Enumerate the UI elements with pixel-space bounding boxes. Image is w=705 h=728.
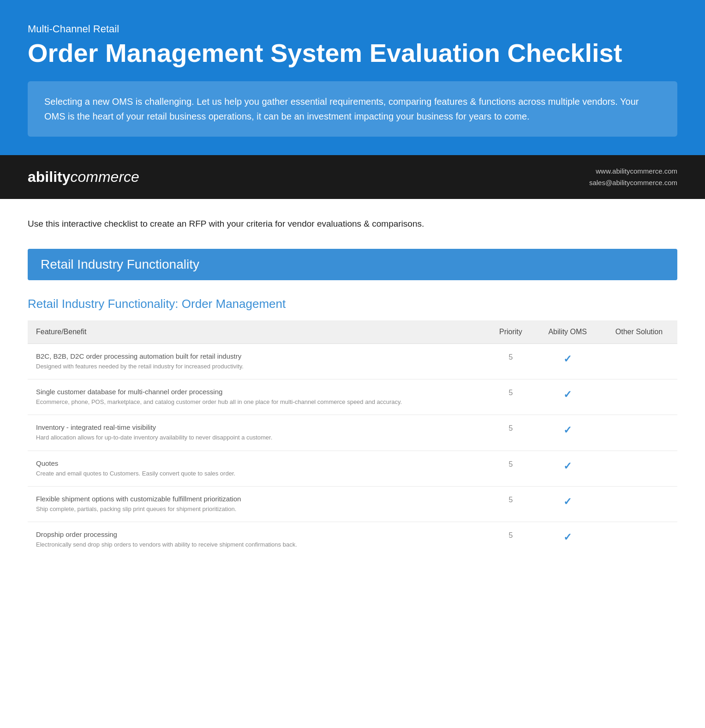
ability-oms-cell: ✓ <box>534 486 601 522</box>
header-subtitle: Multi-Channel Retail <box>28 23 677 35</box>
col-header-priority: Priority <box>487 320 534 344</box>
other-solution-cell <box>601 415 677 451</box>
table-row: Inventory - integrated real-time visibil… <box>28 415 677 451</box>
header-description-box: Selecting a new OMS is challenging. Let … <box>28 81 677 137</box>
brand-bar: abilitycommerce www.abilitycommerce.com … <box>0 155 705 199</box>
feature-name: B2C, B2B, D2C order processing automatio… <box>36 352 478 360</box>
checkmark-icon: ✓ <box>563 496 572 507</box>
priority-cell: 5 <box>487 451 534 486</box>
checkmark-icon: ✓ <box>563 460 572 472</box>
table-row: Flexible shipment options with customiza… <box>28 486 677 522</box>
col-header-other-solution: Other Solution <box>601 320 677 344</box>
brand-name-bold: ability <box>28 168 70 185</box>
other-solution-cell <box>601 486 677 522</box>
feature-name: Inventory - integrated real-time visibil… <box>36 423 478 431</box>
feature-cell: Inventory - integrated real-time visibil… <box>28 415 487 451</box>
subsection-title: Retail Industry Functionality: Order Man… <box>28 297 677 311</box>
priority-value: 5 <box>508 460 513 468</box>
feature-cell: QuotesCreate and email quotes to Custome… <box>28 451 487 486</box>
header-title: Order Management System Evaluation Check… <box>28 39 677 67</box>
ability-oms-cell: ✓ <box>534 451 601 486</box>
header-section: Multi-Channel Retail Order Management Sy… <box>0 0 705 155</box>
other-solution-cell <box>601 379 677 415</box>
header-description: Selecting a new OMS is challenging. Let … <box>44 94 661 124</box>
checklist-table: Feature/Benefit Priority Ability OMS Oth… <box>28 320 677 557</box>
feature-desc: Ecommerce, phone, POS, marketplace, and … <box>36 398 402 405</box>
priority-value: 5 <box>508 496 513 504</box>
brand-website: www.abilitycommerce.com <box>589 165 677 177</box>
table-row: Dropship order processingElectronically … <box>28 522 677 558</box>
feature-cell: B2C, B2B, D2C order processing automatio… <box>28 344 487 379</box>
feature-desc: Designed with features needed by the ret… <box>36 363 244 370</box>
other-solution-cell <box>601 344 677 379</box>
priority-value: 5 <box>508 353 513 361</box>
feature-cell: Dropship order processingElectronically … <box>28 522 487 558</box>
subsection-prefix: Retail Industry Functionality: <box>28 297 182 311</box>
checkmark-icon: ✓ <box>563 353 572 365</box>
section-header-title: Retail Industry Functionality <box>41 257 199 271</box>
priority-value: 5 <box>508 531 513 539</box>
brand-name-italic: commerce <box>70 168 139 185</box>
other-solution-cell <box>601 522 677 558</box>
feature-name: Quotes <box>36 459 478 467</box>
checkmark-icon: ✓ <box>563 531 572 543</box>
intro-text: Use this interactive checklist to create… <box>28 217 677 231</box>
feature-desc: Ship complete, partials, packing slip pr… <box>36 505 236 512</box>
feature-name: Dropship order processing <box>36 530 478 538</box>
priority-cell: 5 <box>487 415 534 451</box>
checkmark-icon: ✓ <box>563 424 572 436</box>
priority-cell: 5 <box>487 344 534 379</box>
ability-oms-cell: ✓ <box>534 415 601 451</box>
priority-cell: 5 <box>487 522 534 558</box>
feature-name: Flexible shipment options with customiza… <box>36 495 478 503</box>
feature-desc: Create and email quotes to Customers. Ea… <box>36 470 235 477</box>
ability-oms-cell: ✓ <box>534 379 601 415</box>
priority-value: 5 <box>508 424 513 432</box>
priority-cell: 5 <box>487 486 534 522</box>
col-header-ability-oms: Ability OMS <box>534 320 601 344</box>
checkmark-icon: ✓ <box>563 389 572 400</box>
feature-desc: Electronically send drop ship orders to … <box>36 541 297 548</box>
brand-email: sales@abilitycommerce.com <box>589 177 677 189</box>
subsection-highlight: Order Management <box>182 297 286 311</box>
col-header-feature: Feature/Benefit <box>28 320 487 344</box>
ability-oms-cell: ✓ <box>534 522 601 558</box>
other-solution-cell <box>601 451 677 486</box>
feature-name: Single customer database for multi-chann… <box>36 388 478 396</box>
table-header-row: Feature/Benefit Priority Ability OMS Oth… <box>28 320 677 344</box>
table-row: Single customer database for multi-chann… <box>28 379 677 415</box>
brand-logo: abilitycommerce <box>28 168 139 186</box>
table-row: B2C, B2B, D2C order processing automatio… <box>28 344 677 379</box>
feature-cell: Flexible shipment options with customiza… <box>28 486 487 522</box>
feature-desc: Hard allocation allows for up-to-date in… <box>36 434 272 441</box>
priority-cell: 5 <box>487 379 534 415</box>
section-header: Retail Industry Functionality <box>28 249 677 280</box>
table-row: QuotesCreate and email quotes to Custome… <box>28 451 677 486</box>
ability-oms-cell: ✓ <box>534 344 601 379</box>
brand-contact: www.abilitycommerce.com sales@abilitycom… <box>589 165 677 189</box>
priority-value: 5 <box>508 389 513 397</box>
main-content: Use this interactive checklist to create… <box>0 199 705 576</box>
feature-cell: Single customer database for multi-chann… <box>28 379 487 415</box>
